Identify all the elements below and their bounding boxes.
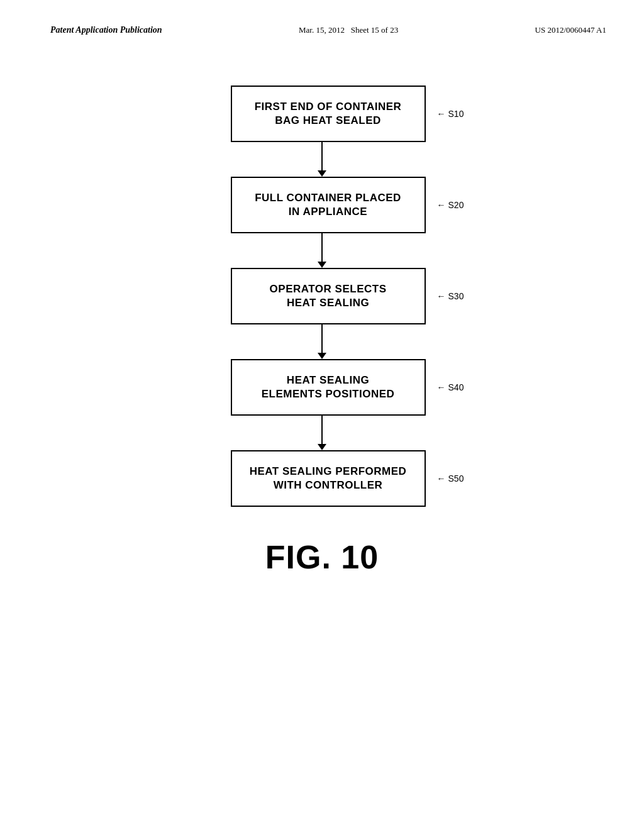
flow-box-s10-text: FIRST END OF CONTAINER BAG HEAT SEALED [255, 100, 402, 128]
arrow-2-line [321, 233, 323, 262]
s40-line1: HEAT SEALING [287, 374, 369, 386]
step-label-s50: ← S50 [437, 473, 464, 484]
arrow-1 [318, 142, 326, 177]
s30-label-text: S30 [448, 291, 464, 301]
step-label-s10: ← S10 [437, 109, 464, 119]
flow-box-s20: FULL CONTAINER PLACED IN APPLIANCE [231, 177, 426, 233]
flow-diagram: FIRST END OF CONTAINER BAG HEAT SEALED ←… [0, 48, 644, 576]
arrow-2 [318, 233, 326, 268]
s40-label-text: S40 [448, 382, 464, 392]
arrow-3 [318, 324, 326, 359]
flow-box-s20-text: FULL CONTAINER PLACED IN APPLIANCE [255, 191, 401, 219]
s10-label-text: S10 [448, 109, 464, 119]
s50-line2: WITH CONTROLLER [274, 479, 383, 491]
flow-box-s50-text: HEAT SEALING PERFORMED WITH CONTROLLER [250, 465, 407, 492]
arrow-1-head [318, 170, 326, 177]
flow-step-s40: HEAT SEALING ELEMENTS POSITIONED ← S40 [180, 359, 464, 416]
figure-label: FIG. 10 [265, 538, 379, 576]
s40-line2: ELEMENTS POSITIONED [262, 388, 395, 400]
arrow-4-head [318, 444, 326, 450]
flow-box-s40: HEAT SEALING ELEMENTS POSITIONED [231, 359, 426, 416]
step-arrow-s10: ← [437, 109, 446, 119]
flow-box-s30-text: OPERATOR SELECTS HEAT SEALING [270, 282, 387, 310]
step-arrow-s50: ← [437, 473, 446, 484]
publication-date-sheet: Mar. 15, 2012 Sheet 15 of 23 [299, 25, 398, 35]
flow-steps: FIRST END OF CONTAINER BAG HEAT SEALED ←… [180, 86, 464, 507]
arrow-1-line [321, 142, 323, 170]
flow-step-s50: HEAT SEALING PERFORMED WITH CONTROLLER ←… [180, 450, 464, 507]
step-label-s20: ← S20 [437, 200, 464, 210]
step-label-s40: ← S40 [437, 382, 464, 392]
step-arrow-s30: ← [437, 291, 446, 301]
s30-line2: HEAT SEALING [287, 297, 369, 309]
arrow-3-head [318, 353, 326, 359]
step-arrow-s40: ← [437, 382, 446, 392]
flow-step-s20: FULL CONTAINER PLACED IN APPLIANCE ← S20 [180, 177, 464, 233]
s20-line2: IN APPLIANCE [289, 206, 367, 218]
flow-step-s10: FIRST END OF CONTAINER BAG HEAT SEALED ←… [180, 86, 464, 142]
page-header: Patent Application Publication Mar. 15, … [0, 0, 644, 48]
arrow-4-line [321, 416, 323, 444]
publication-label: Patent Application Publication [50, 25, 162, 35]
s50-line1: HEAT SEALING PERFORMED [250, 465, 407, 477]
flow-box-s10: FIRST END OF CONTAINER BAG HEAT SEALED [231, 86, 426, 142]
arrow-3-line [321, 324, 323, 353]
s10-line2: BAG HEAT SEALED [275, 114, 381, 126]
flow-box-s30: OPERATOR SELECTS HEAT SEALING [231, 268, 426, 324]
arrow-2-head [318, 262, 326, 268]
s20-line1: FULL CONTAINER PLACED [255, 192, 401, 204]
s50-label-text: S50 [448, 473, 464, 484]
flow-box-s40-text: HEAT SEALING ELEMENTS POSITIONED [262, 374, 395, 401]
publication-number: US 2012/0060447 A1 [535, 25, 606, 35]
s20-label-text: S20 [448, 200, 464, 210]
s30-line1: OPERATOR SELECTS [270, 283, 387, 295]
publication-date: Mar. 15, 2012 [299, 25, 345, 35]
s10-line1: FIRST END OF CONTAINER [255, 101, 402, 113]
arrow-4 [318, 416, 326, 450]
flow-step-s30: OPERATOR SELECTS HEAT SEALING ← S30 [180, 268, 464, 324]
publication-sheet: Sheet 15 of 23 [351, 25, 398, 35]
step-arrow-s20: ← [437, 200, 446, 210]
step-label-s30: ← S30 [437, 291, 464, 301]
flow-box-s50: HEAT SEALING PERFORMED WITH CONTROLLER [231, 450, 426, 507]
